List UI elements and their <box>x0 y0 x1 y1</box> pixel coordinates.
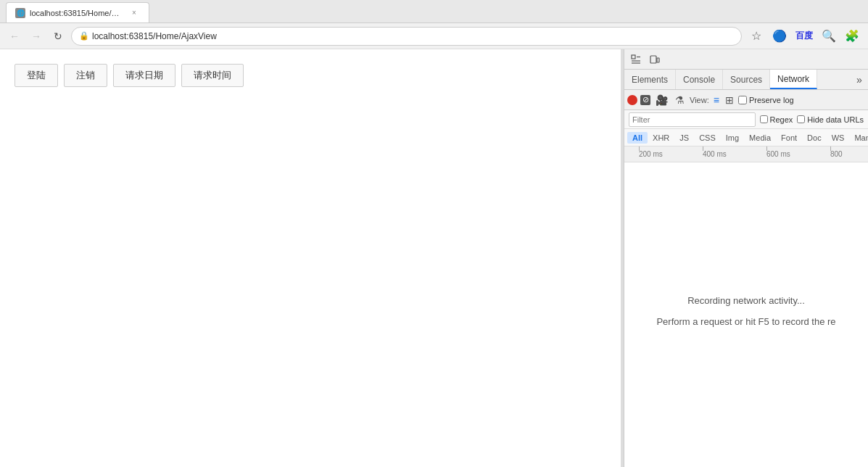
content-area: 登陆 注销 请求日期 请求时间 <box>0 49 868 467</box>
main-page: 登陆 注销 请求日期 请求时间 <box>0 49 621 467</box>
active-tab[interactable]: 🌐 localhost:63815/Home/AjaxView × <box>6 2 149 22</box>
inspect-icon <box>631 54 641 65</box>
svg-rect-5 <box>657 58 659 62</box>
type-filter-all[interactable]: All <box>627 132 648 144</box>
hide-data-urls-checkbox[interactable] <box>797 115 805 123</box>
view-group-button[interactable]: ⊞ <box>724 93 735 107</box>
type-filter-font[interactable]: Font <box>776 132 802 144</box>
devtools-toolbar <box>624 49 868 70</box>
address-bar[interactable]: 🔒 localhost:63815/Home/AjaxView <box>71 27 742 46</box>
page-buttons: 登陆 注销 请求日期 请求时间 <box>15 64 606 87</box>
bookmark-button[interactable]: ☆ <box>746 26 766 46</box>
preserve-log-label[interactable]: Preserve log <box>738 96 794 104</box>
profile-button[interactable]: 🔵 <box>769 26 790 46</box>
devtools-tabs: Elements Console Sources Network » <box>624 70 868 90</box>
browser-window: 🌐 localhost:63815/Home/AjaxView × ← → ↻ … <box>0 0 868 467</box>
tab-title: localhost:63815/Home/AjaxView <box>30 9 124 17</box>
type-filter-js[interactable]: JS <box>674 132 694 144</box>
inspect-element-button[interactable] <box>627 51 645 68</box>
hide-data-urls-option[interactable]: Hide data URLs <box>797 115 864 124</box>
devtools-panel: Elements Console Sources Network » <box>624 49 868 467</box>
tab-bar: 🌐 localhost:63815/Home/AjaxView × <box>0 0 868 23</box>
device-toolbar-button[interactable] <box>646 51 664 68</box>
type-filter-manifest[interactable]: Manifest <box>849 132 868 144</box>
clear-button[interactable]: ⊘ <box>640 95 650 105</box>
browser-actions: ☆ 🔵 百度 🔍 🧩 <box>746 26 862 46</box>
regex-label: Regex <box>770 115 793 124</box>
request-date-button[interactable]: 请求日期 <box>113 64 175 87</box>
hide-data-urls-label: Hide data URLs <box>807 115 864 124</box>
forward-button[interactable]: → <box>28 28 45 45</box>
device-icon <box>650 54 660 65</box>
regex-checkbox[interactable] <box>760 115 768 123</box>
capture-screenshot-button[interactable]: 🎥 <box>653 93 670 107</box>
svg-rect-0 <box>632 55 635 59</box>
view-label: View: <box>690 96 709 104</box>
network-empty-state: Recording network activity... Perform a … <box>624 162 868 467</box>
reload-button[interactable]: ↻ <box>49 28 67 45</box>
clear-icon: ⊘ <box>642 95 649 104</box>
lock-icon: 🔒 <box>79 31 89 41</box>
type-filter-img[interactable]: Img <box>721 132 744 144</box>
devtools-resize-handle[interactable] <box>621 49 624 467</box>
logout-button[interactable]: 注销 <box>64 64 107 87</box>
record-button[interactable] <box>627 95 637 105</box>
browser-topbar: ← → ↻ 🔒 localhost:63815/Home/AjaxView ☆ … <box>0 23 868 49</box>
camera-icon: 🎥 <box>656 94 668 106</box>
back-button[interactable]: ← <box>6 28 23 45</box>
more-tabs-button[interactable]: » <box>851 70 868 89</box>
search-button[interactable]: 🔍 <box>819 26 839 46</box>
type-filter-ws[interactable]: WS <box>827 132 850 144</box>
tab-console[interactable]: Console <box>676 70 723 89</box>
type-filter-media[interactable]: Media <box>744 132 776 144</box>
group-icon: ⊞ <box>725 94 734 106</box>
type-filter-doc[interactable]: Doc <box>802 132 827 144</box>
recording-hint: Perform a request or hit F5 to record th… <box>656 315 835 330</box>
filter-bar: Regex Hide data URLs <box>624 110 868 129</box>
request-time-button[interactable]: 请求时间 <box>181 64 244 87</box>
login-button[interactable]: 登陆 <box>15 64 58 87</box>
tick-200ms: 200 ms <box>639 146 663 162</box>
timeline-header: 200 ms 400 ms 600 ms 800 <box>624 146 868 162</box>
network-toolbar: ⊘ 🎥 ⚗ View: ≡ ⊞ Preserve log <box>624 90 868 110</box>
view-list-button[interactable]: ≡ <box>712 93 721 107</box>
tab-network[interactable]: Network <box>770 70 817 89</box>
type-filter-bar: All XHR JS CSS Img Media Font Doc WS Man… <box>624 129 868 146</box>
extension-button[interactable]: 🧩 <box>842 26 862 46</box>
filter-input[interactable] <box>629 112 756 127</box>
type-filter-css[interactable]: CSS <box>694 132 721 144</box>
filter-button[interactable]: ⚗ <box>673 93 687 107</box>
list-icon: ≡ <box>714 94 719 106</box>
tab-sources[interactable]: Sources <box>723 70 770 89</box>
tick-400ms: 400 ms <box>703 146 727 162</box>
regex-option[interactable]: Regex <box>760 115 793 124</box>
tab-elements[interactable]: Elements <box>624 70 676 89</box>
filter-icon: ⚗ <box>675 94 685 106</box>
tab-favicon: 🌐 <box>15 8 25 18</box>
tick-600ms: 600 ms <box>766 146 790 162</box>
preserve-log-text: Preserve log <box>749 96 794 104</box>
recording-status: Recording network activity... <box>687 294 805 309</box>
tick-800ms: 800 <box>830 146 843 162</box>
svg-rect-4 <box>650 56 656 63</box>
address-text: localhost:63815/Home/AjaxView <box>92 31 217 41</box>
baidu-logo-button[interactable]: 百度 <box>793 26 816 46</box>
type-filter-xhr[interactable]: XHR <box>648 132 674 144</box>
tab-close-button[interactable]: × <box>128 7 140 19</box>
preserve-log-checkbox[interactable] <box>738 96 747 104</box>
